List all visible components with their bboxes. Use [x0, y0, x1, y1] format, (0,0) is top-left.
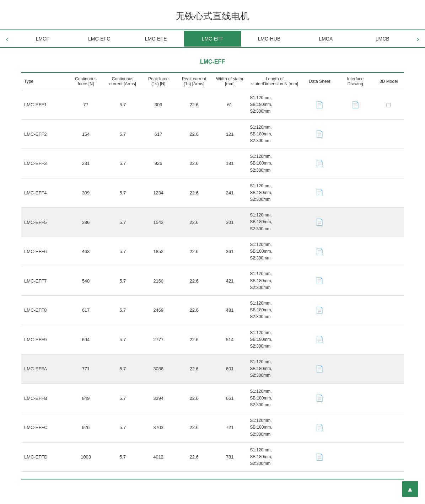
interface-pdf-icon[interactable]: 📄	[351, 101, 359, 108]
pdf-icon[interactable]: 📄	[316, 248, 323, 255]
cell-3d[interactable]: ▢	[374, 90, 404, 120]
cell-datasheet[interactable]: 📄	[302, 295, 337, 325]
pdf-icon[interactable]: 📄	[316, 395, 323, 402]
nav-tabs: LMCFLMC-EFCLMC-EFELMC-EFFLMC-HUBLMCALMCB	[14, 31, 411, 47]
cell-cont-current: 5.7	[104, 119, 141, 149]
nav-tab-lmc-efc[interactable]: LMC-EFC	[71, 31, 127, 47]
col-header-cont-force: Continuous force [N]	[68, 73, 104, 90]
cell-cont-current: 5.7	[104, 90, 141, 120]
table-row: LMC-EFF21545.761722.6121S1:120mm,SB:180m…	[21, 119, 404, 149]
cell-peak-current: 22.6	[176, 149, 212, 178]
cell-length: S1:120mm,SB:180mm,S2:300mm	[247, 178, 302, 208]
pdf-icon[interactable]: 📄	[316, 189, 323, 196]
cell-datasheet[interactable]: 📄	[302, 208, 337, 237]
table-row: LMC-EFF75405.7216022.6421S1:120mm,SB:180…	[21, 266, 404, 296]
cell-interface[interactable]: 📄	[337, 90, 374, 120]
cell-peak-current: 22.6	[176, 119, 212, 149]
cell-datasheet[interactable]: 📄	[302, 266, 337, 296]
cell-peak-current: 22.6	[176, 354, 212, 384]
nav-next-arrow[interactable]: ›	[411, 30, 425, 47]
cell-datasheet[interactable]: 📄	[302, 354, 337, 384]
nav-tab-lmc-hub[interactable]: LMC-HUB	[241, 31, 297, 47]
cell-peak-current: 22.6	[176, 413, 212, 443]
cell-peak-force: 2777	[141, 325, 176, 354]
nav-tab-lmcf[interactable]: LMCF	[14, 31, 71, 47]
cell-width: 514	[212, 325, 247, 354]
cell-datasheet[interactable]: 📄	[302, 178, 337, 208]
cell-interface	[337, 149, 374, 178]
cell-datasheet[interactable]: 📄	[302, 384, 337, 413]
cell-cont-current: 5.7	[104, 384, 141, 413]
cell-datasheet[interactable]: 📄	[302, 119, 337, 149]
cell-peak-force: 1234	[141, 178, 176, 208]
table-row: LMC-EFFC9265.7370322.6721S1:120mm,SB:180…	[21, 413, 404, 443]
cell-peak-current: 22.6	[176, 266, 212, 296]
pdf-icon[interactable]: 📄	[316, 219, 323, 226]
nav-tab-lmcb[interactable]: LMCB	[354, 31, 411, 47]
cell-3d	[374, 237, 404, 266]
cell-length: S1:120mm,SB:180mm,S2:300mm	[247, 354, 302, 384]
cell-length: S1:120mm,SB:180mm,S2:300mm	[247, 295, 302, 325]
cell-peak-current: 22.6	[176, 90, 212, 120]
cell-peak-force: 1543	[141, 208, 176, 237]
cell-datasheet[interactable]: 📄	[302, 149, 337, 178]
cell-datasheet[interactable]: 📄	[302, 413, 337, 443]
cell-3d	[374, 325, 404, 354]
pdf-icon[interactable]: 📄	[316, 307, 323, 314]
cell-datasheet[interactable]: 📄	[302, 442, 337, 472]
footer-line	[21, 479, 404, 479]
cell-peak-force: 3703	[141, 413, 176, 443]
pdf-icon[interactable]: 📄	[316, 160, 323, 167]
nav-tab-lmc-efe[interactable]: LMC-EFE	[128, 31, 184, 47]
cell-peak-current: 22.6	[176, 325, 212, 354]
cell-peak-current: 22.6	[176, 178, 212, 208]
cell-interface	[337, 178, 374, 208]
col-header-3d: 3D Model	[374, 73, 404, 90]
table-row: LMC-EFF86175.7246922.6481S1:120mm,SB:180…	[21, 295, 404, 325]
pdf-icon[interactable]: 📄	[316, 365, 323, 372]
pdf-icon[interactable]: 📄	[316, 277, 323, 284]
pdf-icon[interactable]: 📄	[316, 336, 323, 343]
cell-cont-force: 1003	[68, 442, 104, 472]
cell-cont-force: 926	[68, 413, 104, 443]
col-header-length: Length of stator/Dimension N [mm]	[247, 73, 302, 90]
nav-prev-arrow[interactable]: ‹	[0, 30, 14, 47]
nav-tab-lmc-eff[interactable]: LMC-EFF	[184, 31, 241, 47]
cell-peak-current: 22.6	[176, 208, 212, 237]
pdf-icon[interactable]: 📄	[316, 130, 323, 138]
cell-cont-force: 309	[68, 178, 104, 208]
cell-datasheet[interactable]: 📄	[302, 90, 337, 120]
cell-interface	[337, 384, 374, 413]
col-header-peak-force: Peak force (1s) [N]	[141, 73, 176, 90]
cell-cont-current: 5.7	[104, 208, 141, 237]
cell-cont-current: 5.7	[104, 325, 141, 354]
cell-width: 301	[212, 208, 247, 237]
cell-peak-current: 22.6	[176, 237, 212, 266]
cell-datasheet[interactable]: 📄	[302, 325, 337, 354]
cell-interface	[337, 325, 374, 354]
cell-3d	[374, 119, 404, 149]
pdf-icon[interactable]: 📄	[316, 454, 323, 461]
cell-width: 241	[212, 178, 247, 208]
cell-3d	[374, 442, 404, 472]
cell-interface	[337, 237, 374, 266]
page-title: 无铁心式直线电机	[0, 0, 425, 30]
cell-length: S1:120mm,SB:180mm,S2:300mm	[247, 413, 302, 443]
nav-bar: ‹ LMCFLMC-EFCLMC-EFELMC-EFFLMC-HUBLMCALM…	[0, 30, 425, 48]
cell-peak-force: 2160	[141, 266, 176, 296]
cell-interface	[337, 413, 374, 443]
back-to-top-button[interactable]: ▲	[402, 481, 418, 497]
pdf-icon[interactable]: 📄	[316, 101, 323, 108]
cell-datasheet[interactable]: 📄	[302, 237, 337, 266]
cell-type: LMC-EFF8	[21, 295, 68, 325]
table-row: LMC-EFFB8495.7339422.6661S1:120mm,SB:180…	[21, 384, 404, 413]
cell-type: LMC-EFF3	[21, 149, 68, 178]
nav-tab-lmca[interactable]: LMCA	[297, 31, 354, 47]
cell-type: LMC-EFFC	[21, 413, 68, 443]
cell-cont-force: 694	[68, 325, 104, 354]
pdf-icon[interactable]: 📄	[316, 424, 323, 431]
table-row: LMC-EFF64635.7185222.6361S1:120mm,SB:180…	[21, 237, 404, 266]
cell-cont-force: 463	[68, 237, 104, 266]
cell-cont-current: 5.7	[104, 178, 141, 208]
3d-model-icon[interactable]: ▢	[386, 102, 391, 108]
